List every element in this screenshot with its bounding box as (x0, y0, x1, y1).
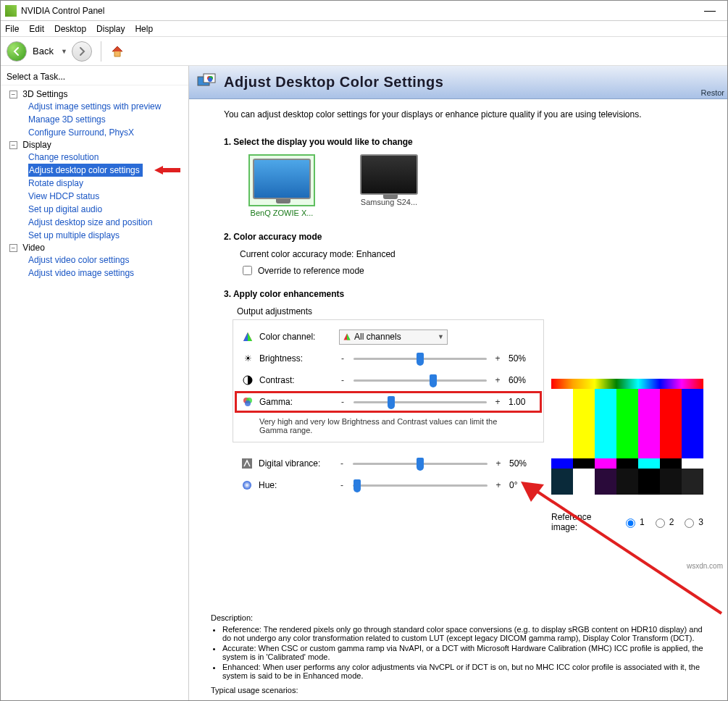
back-button[interactable] (7, 41, 27, 62)
reference-image-panel: Reference image: 1 2 3 (551, 379, 703, 532)
tree-rotate-display[interactable]: Rotate display (9, 177, 184, 190)
step1-heading: 1. Select the display you would like to … (224, 137, 714, 147)
digital-vibrance-label: Digital vibrance: (259, 458, 334, 469)
contrast-label: Contrast: (259, 375, 335, 385)
tree-change-resolution[interactable]: Change resolution (9, 151, 184, 164)
contrast-slider[interactable] (353, 374, 487, 386)
brightness-icon: ☀ (242, 353, 254, 364)
brightness-slider[interactable] (353, 353, 487, 364)
tree-setup-digital-audio[interactable]: Set up digital audio (9, 203, 184, 216)
description-section: Description: Reference: The rendered pix… (211, 613, 713, 694)
digital-vibrance-icon (241, 458, 253, 469)
tree-display[interactable]: − Display (9, 139, 184, 151)
contrast-value: 60% (506, 375, 535, 385)
menu-desktop[interactable]: Desktop (54, 24, 86, 34)
hue-icon (241, 479, 253, 491)
tree-adjust-desktop-color[interactable]: Adjust desktop color settings (28, 164, 143, 177)
collapse-icon[interactable]: − (9, 244, 17, 252)
nvidia-icon (5, 5, 17, 17)
svg-point-8 (245, 400, 251, 406)
displays-icon (196, 72, 217, 93)
tree-manage-3d-settings[interactable]: Manage 3D settings (9, 113, 184, 126)
contrast-icon (242, 374, 254, 386)
color-channel-icon (242, 331, 254, 343)
usage-heading: Typical usage scenarios: (211, 686, 713, 694)
task-tree: Select a Task... − 3D Settings Adjust im… (1, 66, 189, 700)
color-bars-preview (551, 379, 703, 495)
home-icon[interactable] (110, 44, 125, 59)
tree-view-hdcp[interactable]: View HDCP status (9, 190, 184, 203)
tree-3d-settings[interactable]: − 3D Settings (9, 88, 184, 100)
color-channel-select[interactable]: All channels ▼ (339, 329, 448, 345)
tree-adjust-image-settings[interactable]: Adjust image settings with preview (9, 100, 184, 113)
minimize-button[interactable]: — (697, 4, 723, 17)
tree-configure-surround[interactable]: Configure Surround, PhysX (9, 126, 184, 139)
gamma-icon (242, 396, 254, 408)
page-header: Adjust Desktop Color Settings Restor (189, 66, 727, 99)
page-title: Adjust Desktop Color Settings (224, 74, 443, 91)
gamma-slider[interactable] (353, 396, 487, 408)
display-option-samsung[interactable]: Samsung S24... (353, 154, 425, 217)
desc-reference: Reference: The rendered pixels only go t… (222, 625, 713, 642)
override-reference-checkbox[interactable] (243, 266, 252, 275)
restore-defaults-link[interactable]: Restor (701, 88, 724, 97)
menubar: File Edit Desktop Display Help (1, 21, 727, 37)
color-channel-label: Color channel: (259, 332, 335, 342)
digital-vibrance-value: 50% (506, 458, 535, 469)
step2-heading: 2. Color accuracy mode (224, 232, 714, 242)
annotation-arrow-icon (153, 164, 182, 176)
chevron-down-icon: ▼ (438, 333, 444, 340)
monitor-icon (360, 154, 418, 195)
reference-radio-3[interactable]: 3 (681, 516, 703, 528)
watermark: wsxdn.com (687, 562, 723, 570)
gamma-label: Gamma: (259, 397, 335, 407)
tree-setup-multiple-displays[interactable]: Set up multiple displays (9, 229, 184, 242)
reference-radio-2[interactable]: 2 (652, 516, 674, 528)
main-panel: Adjust Desktop Color Settings Restor You… (189, 66, 727, 700)
step3-heading: 3. Apply color enhancements (224, 289, 714, 299)
all-channels-icon (343, 332, 351, 341)
tree-adjust-video-image[interactable]: Adjust video image settings (9, 266, 184, 280)
output-adjustments-panel: Color channel: All channels ▼ ☀ Brightne… (233, 319, 544, 442)
monitor-icon (253, 159, 311, 199)
menu-file[interactable]: File (5, 24, 19, 34)
digital-vibrance-slider[interactable] (353, 458, 488, 469)
menu-display[interactable]: Display (96, 24, 125, 34)
back-dropdown-icon[interactable]: ▼ (61, 48, 67, 55)
svg-point-4 (208, 77, 212, 82)
gamma-value: 1.00 (506, 397, 535, 407)
toolbar-separator (101, 41, 101, 62)
brightness-label: Brightness: (259, 353, 335, 364)
collapse-icon[interactable]: − (9, 91, 17, 98)
tree-video[interactable]: − Video (9, 242, 184, 253)
menu-edit[interactable]: Edit (29, 24, 44, 34)
back-label: Back (33, 46, 54, 56)
window-title: NVIDIA Control Panel (21, 6, 697, 16)
menu-help[interactable]: Help (135, 24, 153, 34)
gamma-tip: Very high and very low Brightness and Co… (259, 417, 506, 435)
forward-button[interactable] (72, 41, 92, 62)
brightness-value: 50% (506, 353, 535, 364)
override-label: Override to reference mode (258, 266, 364, 276)
output-adjustments-label: Output adjustments (237, 306, 714, 316)
intro-text: You can adjust desktop color settings fo… (224, 109, 714, 119)
tree-adjust-video-color[interactable]: Adjust video color settings (9, 253, 184, 266)
display-option-benq[interactable]: BenQ ZOWIE X... (246, 154, 318, 217)
reference-radio-1[interactable]: 1 (622, 516, 645, 528)
titlebar: NVIDIA Control Panel — (1, 1, 727, 21)
display-label: BenQ ZOWIE X... (246, 209, 318, 217)
sidebar-header: Select a Task... (1, 69, 188, 85)
hue-label: Hue: (259, 480, 334, 490)
toolbar: Back ▼ (1, 37, 727, 66)
desc-accurate: Accurate: When CSC or custom gamma ramp … (222, 644, 713, 661)
svg-point-10 (243, 481, 251, 490)
hue-value: 0° (506, 480, 535, 490)
desc-enhanced: Enhanced: When user performs any color a… (222, 663, 713, 680)
reference-image-label: Reference image: (551, 512, 615, 532)
tree-adjust-desktop-size[interactable]: Adjust desktop size and position (9, 216, 184, 229)
current-mode-text: Current color accuracy mode: Enhanced (240, 249, 714, 259)
description-heading: Description: (211, 613, 713, 622)
collapse-icon[interactable]: − (9, 141, 17, 149)
hue-slider[interactable] (353, 479, 488, 491)
